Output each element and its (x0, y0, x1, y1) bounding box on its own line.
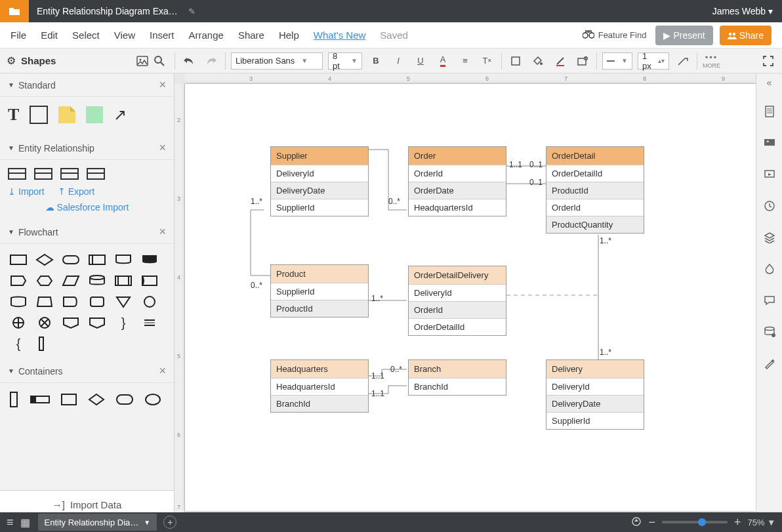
undo-button[interactable] (180, 52, 197, 70)
note-shape[interactable] (58, 106, 75, 123)
shape-options-button[interactable] (574, 52, 591, 70)
redo-button[interactable] (203, 52, 220, 70)
entity-field[interactable]: OrderId (409, 301, 506, 318)
entity-field[interactable]: BranchId (409, 378, 506, 395)
flow-shape[interactable] (34, 315, 55, 331)
entity-orderdetail[interactable]: OrderDetail OrderDetailId ProductId Orde… (546, 146, 644, 234)
flow-shape[interactable] (60, 252, 81, 268)
font-dropdown[interactable]: Liberation Sans▼ (231, 52, 323, 70)
flow-shape[interactable] (60, 294, 81, 310)
bold-button[interactable]: B (367, 52, 384, 70)
entity-field[interactable]: ProductQuantity (546, 216, 644, 233)
border-button[interactable] (552, 52, 569, 70)
page-tab[interactable]: Entity Relationship Dia… ▼ (38, 514, 157, 531)
entity-field[interactable]: OrderDetailId (409, 318, 506, 335)
entity-supplier[interactable]: Supplier DeliveryId DeliveryDate Supplie… (270, 146, 369, 216)
clear-format-button[interactable]: T✕ (479, 52, 496, 70)
entity-field[interactable]: OrderDate (409, 182, 506, 199)
zoom-slider[interactable] (662, 521, 728, 523)
entity-field[interactable]: DeliveryDate (271, 182, 368, 199)
zoom-out-button[interactable]: − (648, 516, 655, 529)
flow-shape[interactable] (8, 273, 29, 289)
folder-icon[interactable] (0, 0, 29, 22)
panel-standard-header[interactable]: ▼ Standard × (0, 73, 174, 97)
close-icon[interactable]: × (159, 78, 166, 92)
flow-shape[interactable] (60, 315, 81, 331)
data-icon[interactable] (762, 324, 777, 340)
line-style-dropdown[interactable]: ▼ (602, 52, 632, 70)
theme-icon[interactable] (762, 261, 777, 277)
entity-field[interactable]: DeliveryId (271, 165, 368, 182)
search-icon[interactable] (151, 52, 168, 70)
entity-branch[interactable]: Branch BranchId (408, 359, 506, 396)
flow-shape[interactable] (87, 315, 108, 331)
entity-field[interactable]: OrderId (546, 199, 644, 216)
flow-shape[interactable]: { (8, 336, 29, 352)
share-button[interactable]: Share (720, 26, 772, 45)
magic-icon[interactable] (762, 356, 777, 371)
zoom-in-button[interactable]: + (734, 516, 741, 529)
close-icon[interactable]: × (159, 364, 166, 378)
entity-order[interactable]: Order OrderId OrderDate HeadquartersId (408, 146, 506, 216)
entity-field[interactable]: OrderDetailId (546, 165, 644, 182)
flow-shape[interactable]: } (113, 315, 134, 331)
fullscreen-button[interactable] (760, 52, 777, 70)
entity-headquarters[interactable]: Headquarters HeadquartersId BranchId (270, 359, 369, 413)
present-icon[interactable] (762, 167, 777, 182)
entity-field[interactable]: HeadquartersId (409, 199, 506, 216)
canvas[interactable]: Supplier DeliveryId DeliveryDate Supplie… (185, 84, 756, 511)
grid-view-icon[interactable]: ▦ (20, 516, 30, 529)
flow-shape[interactable] (34, 252, 55, 268)
add-page-button[interactable]: + (163, 516, 176, 529)
italic-button[interactable]: I (390, 52, 407, 70)
entity-field[interactable]: SupplierId (271, 199, 368, 216)
panel-er-header[interactable]: ▼ Entity Relationship × (0, 136, 174, 160)
flow-shape[interactable] (87, 273, 108, 289)
flow-shape[interactable] (139, 315, 160, 331)
flow-shape[interactable] (34, 336, 55, 352)
menu-insert[interactable]: Insert (150, 30, 175, 41)
flow-shape[interactable] (113, 252, 134, 268)
chat-icon[interactable] (762, 293, 777, 308)
container-shape[interactable] (8, 391, 20, 408)
er-shape-3[interactable] (60, 168, 79, 180)
flow-shape[interactable] (113, 273, 134, 289)
fill-button[interactable] (529, 52, 546, 70)
panel-flowchart-header[interactable]: ▼ Flowchart × (0, 220, 174, 244)
auto-zoom-button[interactable] (631, 516, 642, 529)
menu-help[interactable]: Help (279, 30, 299, 41)
entity-field[interactable]: ProductId (546, 182, 644, 199)
text-color-button[interactable]: A (434, 52, 451, 70)
container-shape[interactable] (144, 393, 161, 406)
rectangle-shape[interactable] (30, 106, 48, 124)
zoom-level[interactable]: 75% ▼ (747, 518, 775, 527)
image-icon[interactable] (134, 52, 151, 70)
underline-button[interactable]: U (412, 52, 429, 70)
hotspot-shape[interactable] (86, 106, 103, 123)
entity-field[interactable]: OrderId (409, 165, 506, 182)
entity-field[interactable]: DeliveryDate (546, 395, 644, 412)
flow-shape[interactable] (139, 273, 160, 289)
shape-button[interactable] (507, 52, 524, 70)
gear-icon[interactable]: ⚙ (7, 54, 16, 67)
menu-view[interactable]: View (114, 30, 135, 41)
container-shape[interactable] (60, 393, 77, 406)
line-width-dropdown[interactable]: 1 px▴▾ (638, 52, 669, 70)
entity-field[interactable]: SupplierId (271, 283, 368, 300)
flow-shape[interactable] (139, 294, 160, 310)
er-shape-1[interactable] (8, 168, 26, 180)
menu-arrange[interactable]: Arrange (189, 30, 224, 41)
feature-find[interactable]: Feature Find (583, 30, 647, 41)
entity-field[interactable]: SupplierId (546, 412, 644, 429)
flow-shape[interactable] (8, 294, 29, 310)
list-view-icon[interactable]: ≡ (7, 516, 14, 529)
user-menu[interactable]: James Webb ▾ (703, 6, 782, 16)
entity-delivery[interactable]: Delivery DeliveryId DeliveryDate Supplie… (546, 359, 644, 430)
menu-edit[interactable]: Edit (41, 30, 58, 41)
er-shape-2[interactable] (34, 168, 52, 180)
entity-orderdetaildelivery[interactable]: OrderDetailDelivery DeliveryId OrderId O… (408, 266, 506, 336)
menu-share[interactable]: Share (238, 30, 264, 41)
arrow-shape[interactable]: ↗ (113, 106, 127, 124)
present-button[interactable]: ▶ Present (655, 26, 712, 45)
entity-field[interactable]: ProductId (271, 300, 368, 317)
